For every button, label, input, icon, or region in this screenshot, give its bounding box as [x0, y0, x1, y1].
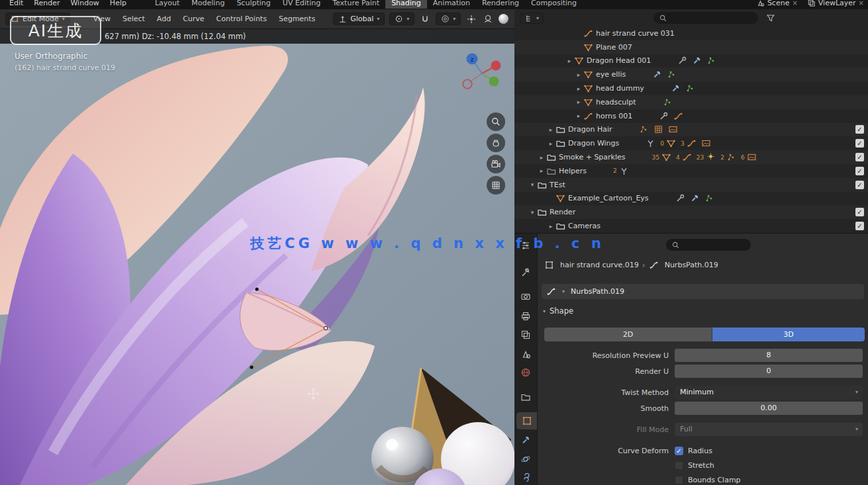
- field-smooth[interactable]: 0.00: [675, 402, 863, 415]
- breadcrumb-object[interactable]: hair strand curve.019: [560, 261, 639, 269]
- menu-window[interactable]: Window: [65, 0, 104, 7]
- render-visibility-checkbox[interactable]: ✓: [855, 208, 864, 216]
- properties-tab-scene[interactable]: [514, 345, 537, 363]
- scene-selector[interactable]: Scene ×: [756, 0, 798, 7]
- menu-edit[interactable]: Edit: [4, 0, 28, 7]
- outliner-item-label[interactable]: Helpers: [559, 167, 587, 175]
- outliner-row[interactable]: ▸Dragon Head 001: [514, 54, 868, 68]
- checkbox-label[interactable]: Bounds Clamp: [688, 476, 741, 484]
- render-visibility-checkbox[interactable]: ✓: [855, 222, 864, 230]
- outliner-item-label[interactable]: TEst: [550, 181, 565, 189]
- outliner-row[interactable]: ▾TEst✓: [514, 178, 868, 192]
- properties-search[interactable]: [666, 239, 751, 251]
- zoom-button[interactable]: [487, 112, 505, 131]
- outliner-item-label[interactable]: Dragon Hair: [568, 125, 612, 134]
- field-resolution-preview-u[interactable]: 8: [675, 349, 863, 362]
- filter-icon[interactable]: [765, 12, 777, 24]
- viewport-render[interactable]: [0, 29, 514, 485]
- workspace-tab-sculpting[interactable]: Sculpting: [230, 0, 276, 9]
- navigation-gizmo[interactable]: z: [457, 52, 510, 105]
- outliner-item-label[interactable]: Plane 007: [596, 43, 632, 52]
- disclosure-right-icon[interactable]: ▸: [546, 223, 555, 230]
- disclosure-right-icon[interactable]: ▸: [574, 71, 583, 78]
- viewport-3d[interactable]: 627 mm) Dz: -10.48 mm (12.04 mm) User Or…: [0, 29, 514, 485]
- outliner-row[interactable]: ▸Smoke + Sparkles3542326✓: [514, 150, 868, 164]
- outliner-row[interactable]: ▾Render✓: [514, 205, 868, 219]
- workspace-tab-animation[interactable]: Animation: [427, 0, 476, 9]
- camera-view-button[interactable]: [487, 155, 505, 173]
- overlays-icon[interactable]: [482, 13, 494, 25]
- disclosure-right-icon[interactable]: ▸: [574, 99, 583, 105]
- checkbox-label[interactable]: Stretch: [688, 461, 714, 470]
- properties-tab-physics[interactable]: [514, 451, 537, 468]
- menu-render[interactable]: Render: [28, 0, 65, 7]
- workspace-tab-texture-paint[interactable]: Texture Paint: [326, 0, 385, 9]
- outliner-item-label[interactable]: Cameras: [568, 222, 601, 230]
- disclosure-right-icon[interactable]: ▸: [565, 58, 574, 64]
- viewlayer-selector[interactable]: ViewLayer ×: [807, 0, 864, 7]
- viewport-menu-curve[interactable]: Curve: [177, 15, 210, 23]
- outliner-display-mode-dropdown[interactable]: ▾: [520, 13, 544, 24]
- outliner-item-label[interactable]: Dragon Head 001: [587, 56, 651, 65]
- outliner-row[interactable]: ▸Cameras✓: [514, 219, 868, 233]
- outliner-row[interactable]: ▸Dragon Hair✓: [514, 123, 868, 137]
- proportional-falloff-dropdown[interactable]: ▾: [436, 13, 461, 25]
- render-visibility-checkbox[interactable]: ✓: [855, 153, 864, 161]
- render-visibility-checkbox[interactable]: ✓: [855, 139, 864, 148]
- breadcrumb-data[interactable]: NurbsPath.019: [665, 261, 718, 269]
- properties-tab-object[interactable]: [516, 412, 537, 429]
- outliner-item-label[interactable]: Render: [550, 208, 575, 216]
- outliner-item-label[interactable]: hair strand curve 031: [596, 29, 675, 38]
- outliner-item-label[interactable]: Example_Cartoon_Eys: [568, 194, 649, 202]
- datablock-selector[interactable]: ▾ NurbsPath.019: [542, 284, 864, 299]
- outliner-row[interactable]: hair strand curve 031: [514, 26, 868, 40]
- outliner-row[interactable]: ▸horns 001: [514, 109, 868, 123]
- properties-tab-view-layer[interactable]: [514, 326, 537, 343]
- field-render-u[interactable]: 0: [675, 365, 863, 378]
- workspace-tab-layout[interactable]: Layout: [149, 0, 185, 9]
- disclosure-right-icon[interactable]: ▸: [574, 85, 583, 92]
- disclosure-down-icon[interactable]: ▾: [528, 181, 537, 188]
- outliner-search[interactable]: [653, 12, 758, 24]
- workspace-tab-compositing[interactable]: Compositing: [525, 0, 583, 9]
- disclosure-right-icon[interactable]: ▸: [546, 126, 555, 133]
- scene-unlink-icon[interactable]: ×: [792, 0, 797, 7]
- outliner-row[interactable]: ▸head dummy: [514, 81, 868, 95]
- disclosure-right-icon[interactable]: ▸: [574, 112, 583, 119]
- properties-tab-tool[interactable]: [514, 264, 537, 281]
- outliner-row[interactable]: Example_Cartoon_Eys: [514, 192, 868, 206]
- orientation-dropdown[interactable]: Global ▾: [333, 13, 385, 25]
- dimension-button-2d[interactable]: 2D: [544, 328, 712, 341]
- viewport-menu-control-points[interactable]: Control Points: [211, 15, 273, 23]
- outliner-row[interactable]: ▸headsculpt: [514, 95, 868, 109]
- workspace-tab-uv-editing[interactable]: UV Editing: [277, 0, 326, 9]
- checkbox-radius[interactable]: ✓: [675, 447, 683, 455]
- render-visibility-checkbox[interactable]: ✓: [855, 125, 864, 134]
- dimension-button-3d[interactable]: 3D: [712, 328, 865, 341]
- pivot-dropdown[interactable]: ▾: [389, 13, 414, 25]
- disclosure-down-icon[interactable]: ▾: [528, 209, 537, 216]
- outliner-row[interactable]: ▸Helpers2✓: [514, 164, 868, 178]
- properties-tab-world[interactable]: [514, 364, 537, 381]
- outliner-search-input[interactable]: [670, 14, 743, 22]
- render-visibility-checkbox[interactable]: ✓: [855, 167, 864, 175]
- checkbox-stretch[interactable]: [675, 461, 683, 470]
- outliner-item-label[interactable]: Dragon Wings: [568, 139, 619, 148]
- grid-toggle-button[interactable]: [487, 176, 505, 195]
- outliner-row[interactable]: ▸Dragon Wings03✓: [514, 136, 868, 150]
- outliner-item-label[interactable]: Smoke + Sparkles: [559, 153, 626, 161]
- outliner-row[interactable]: ▸eye ellis: [514, 67, 868, 81]
- disclosure-right-icon[interactable]: ▸: [537, 167, 546, 174]
- properties-tab-modifiers[interactable]: [514, 431, 537, 449]
- properties-search-input[interactable]: [683, 241, 741, 249]
- viewport-menu-segments[interactable]: Segments: [273, 15, 321, 23]
- outliner-item-label[interactable]: horns 001: [596, 112, 632, 120]
- snap-magnet-icon[interactable]: [419, 13, 431, 25]
- show-gizmo-icon[interactable]: [465, 13, 477, 25]
- menu-help[interactable]: Help: [105, 0, 132, 7]
- outliner-item-label[interactable]: head dummy: [596, 84, 644, 93]
- render-visibility-checkbox[interactable]: ✓: [855, 181, 864, 189]
- outliner-item-label[interactable]: headsculpt: [596, 98, 636, 107]
- viewport-menu-add[interactable]: Add: [151, 15, 177, 23]
- viewport-shading-sphere-icon[interactable]: [499, 14, 508, 24]
